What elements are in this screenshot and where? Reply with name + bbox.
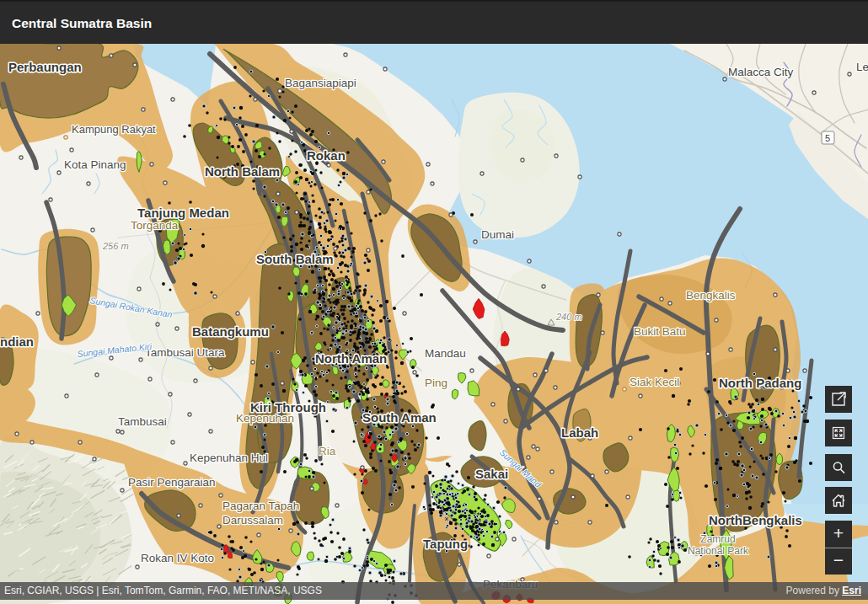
svg-text:North Padang: North Padang bbox=[719, 376, 801, 390]
svg-text:National Park: National Park bbox=[688, 545, 749, 557]
svg-text:Rokan: Rokan bbox=[307, 148, 346, 163]
svg-text:Darussalam: Darussalam bbox=[222, 514, 283, 526]
svg-text:Perbaungan: Perbaungan bbox=[8, 60, 82, 74]
svg-text:NorthBengkalis: NorthBengkalis bbox=[709, 513, 802, 527]
svg-text:Tambusai: Tambusai bbox=[118, 415, 167, 428]
svg-text:North Balam: North Balam bbox=[205, 164, 280, 179]
svg-text:North Aman: North Aman bbox=[315, 351, 387, 366]
svg-text:Kepenuhan Hul: Kepenuhan Hul bbox=[190, 452, 268, 464]
svg-text:Dumai: Dumai bbox=[481, 228, 514, 241]
svg-text:Tapung: Tapung bbox=[423, 537, 468, 551]
svg-text:Kepenuhan: Kepenuhan bbox=[236, 412, 294, 425]
svg-text:Le: Le bbox=[856, 61, 868, 73]
svg-text:Rokan IV Koto: Rokan IV Koto bbox=[141, 552, 214, 564]
svg-text:Pasir Pengaraian: Pasir Pengaraian bbox=[128, 476, 216, 489]
svg-text:Ria: Ria bbox=[319, 445, 336, 457]
svg-text:Siak Kecil: Siak Kecil bbox=[630, 376, 679, 388]
svg-text:Batangkumu: Batangkumu bbox=[192, 324, 269, 339]
svg-text:Malacca City: Malacca City bbox=[728, 66, 794, 78]
svg-text:Tambusai Utara: Tambusai Utara bbox=[145, 346, 225, 359]
svg-text:ndian: ndian bbox=[0, 334, 34, 349]
svg-text:Mandau: Mandau bbox=[425, 347, 466, 360]
svg-text:5: 5 bbox=[825, 133, 830, 143]
svg-text:240 m: 240 m bbox=[555, 312, 582, 322]
svg-text:Sakai: Sakai bbox=[475, 467, 508, 481]
svg-text:Kampung Rakyat: Kampung Rakyat bbox=[72, 123, 156, 136]
svg-text:Bengkalis: Bengkalis bbox=[686, 289, 736, 302]
svg-text:Zamrud: Zamrud bbox=[700, 533, 735, 545]
svg-text:Ping: Ping bbox=[425, 377, 447, 389]
svg-text:256 m: 256 m bbox=[102, 241, 129, 251]
svg-text:Labah: Labah bbox=[561, 425, 598, 440]
svg-text:South Balam: South Balam bbox=[256, 252, 334, 266]
svg-text:Torganda: Torganda bbox=[131, 219, 179, 232]
svg-text:Pagaran Tapah: Pagaran Tapah bbox=[222, 500, 299, 512]
svg-text:Tanjung Medan: Tanjung Medan bbox=[137, 206, 229, 220]
svg-text:Bagansiapiapi: Bagansiapiapi bbox=[285, 77, 356, 89]
svg-text:Bukit Batu: Bukit Batu bbox=[634, 325, 686, 338]
svg-text:Kota Pinang: Kota Pinang bbox=[64, 158, 126, 171]
svg-text:South Aman: South Aman bbox=[362, 410, 437, 425]
